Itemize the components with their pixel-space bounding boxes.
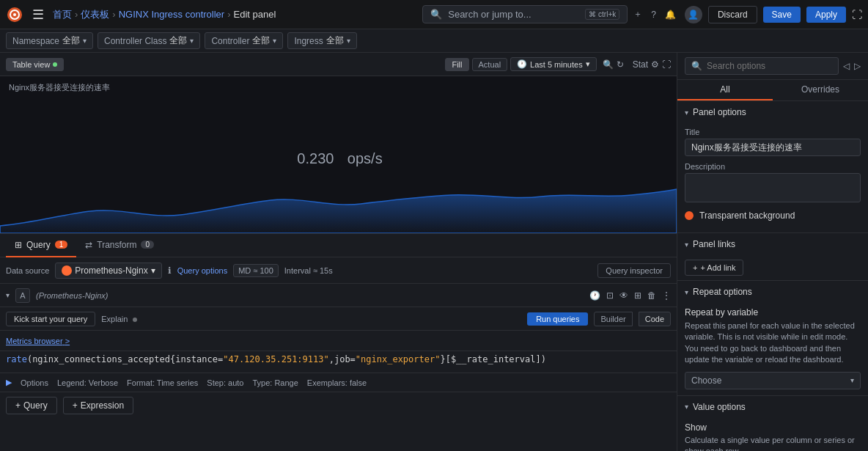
transparent-bg-label: Transparent background <box>699 210 795 221</box>
panel-forward-icon[interactable]: ▷ <box>854 61 861 71</box>
query-count-badge: 1 <box>55 241 68 249</box>
add-link-plus: + <box>693 263 697 272</box>
info-icon[interactable]: ℹ <box>168 265 172 276</box>
show-description: Calculate a single value per column or s… <box>685 435 861 451</box>
panel-options-section-header[interactable]: ▾ Panel options <box>677 101 868 123</box>
data-source-label: Data source <box>6 266 49 275</box>
description-textarea[interactable] <box>685 173 861 202</box>
panel-links-chevron: ▾ <box>685 241 688 249</box>
repeat-options-chevron: ▾ <box>685 288 688 296</box>
panel-back-icon[interactable]: ◁ <box>843 61 850 71</box>
controller-class-filter[interactable]: Controller Class 全部 ▾ <box>98 32 200 49</box>
breadcrumb-controller[interactable]: NGINX Ingress controller <box>119 9 225 20</box>
fill-button[interactable]: Fill <box>445 58 468 71</box>
apply-button[interactable]: Apply <box>806 7 846 23</box>
run-queries-button[interactable]: Run queries <box>527 312 588 326</box>
options-row: ▶ Options Legend: Verbose Format: Time s… <box>0 373 677 392</box>
hamburger-button[interactable]: ☰ <box>29 4 47 26</box>
builder-button[interactable]: Builder <box>594 312 632 326</box>
time-range-picker[interactable]: 🕐 Last 5 minutes ▾ <box>510 57 597 71</box>
query-row-move-icon[interactable]: ⊞ <box>634 290 641 301</box>
controller-class-label: Controller Class <box>104 36 166 46</box>
discard-button[interactable]: Discard <box>708 6 757 23</box>
query-row-copy-icon[interactable]: ⊡ <box>606 290 614 301</box>
md-badge: MD ≈ 100 <box>233 264 279 277</box>
controller-filter[interactable]: Controller 全部 ▾ <box>205 32 283 49</box>
zoom-out-icon[interactable]: 🔍 <box>603 59 614 70</box>
query-row-delete-icon[interactable]: 🗑 <box>647 290 656 301</box>
help-icon[interactable]: ? <box>651 10 656 20</box>
datasource-select[interactable]: Prometheus-Nginx ▾ <box>55 263 161 279</box>
add-query-label: Query <box>23 400 48 411</box>
repeat-options-section-header[interactable]: ▾ Repeat options <box>677 281 868 303</box>
table-view-button[interactable]: Table view <box>6 58 64 71</box>
add-query-button[interactable]: + Query <box>6 397 57 414</box>
value-options-title: Value options <box>693 402 746 412</box>
code-content: (nginx_connections_accepted{instance= <box>27 354 223 364</box>
metrics-browser-link[interactable]: Metrics browser > <box>6 337 70 345</box>
query-inspector-button[interactable]: Query inspector <box>597 263 671 278</box>
transparent-bg-radio[interactable] <box>685 211 694 220</box>
panel-links-section: ▾ Panel links + + Add link <box>677 233 868 281</box>
breadcrumb-current: Edit panel <box>234 9 276 20</box>
panel-search[interactable]: 🔍 <box>685 57 839 75</box>
query-tabs: ⊞ Query 1 ⇄ Transform 0 <box>0 234 677 257</box>
explain-dot <box>133 318 137 322</box>
type-option: Type: Range <box>252 378 298 387</box>
bell-icon[interactable]: 🔔 <box>665 10 676 20</box>
expand-panel-icon[interactable]: ⛶ <box>662 59 671 70</box>
tab-all[interactable]: All <box>677 80 773 100</box>
breadcrumb-home[interactable]: 首页 <box>53 8 72 21</box>
explain-button[interactable]: Explain <box>101 315 137 323</box>
code-editor[interactable]: rate(nginx_connections_accepted{instance… <box>0 351 677 373</box>
add-link-label: + Add link <box>700 263 735 272</box>
panel-links-section-header[interactable]: ▾ Panel links <box>677 233 868 255</box>
save-button[interactable]: Save <box>763 7 801 23</box>
query-row-more-icon[interactable]: ⋮ <box>662 290 671 301</box>
collapse-button[interactable]: ▾ <box>6 291 10 299</box>
global-search[interactable]: 🔍 Search or jump to... ⌘ ctrl+k <box>422 5 628 23</box>
datasource-bar: Data source Prometheus-Nginx ▾ ℹ Query o… <box>0 257 677 284</box>
options-chevron[interactable]: ▶ <box>6 378 12 387</box>
table-view-label: Table view <box>12 60 50 69</box>
time-range-label: Last 5 minutes <box>530 60 583 69</box>
tab-query[interactable]: ⊞ Query 1 <box>6 234 76 257</box>
add-expression-button[interactable]: + Expression <box>63 397 133 414</box>
refresh-icon[interactable]: ↻ <box>617 59 624 70</box>
user-avatar[interactable]: 👤 <box>685 6 702 23</box>
add-link-button[interactable]: + + Add link <box>685 260 743 276</box>
breadcrumb-dashboard[interactable]: 仪表板 <box>81 8 109 21</box>
namespace-filter[interactable]: Namespace 全部 ▾ <box>6 32 93 49</box>
value-options-section-header[interactable]: ▾ Value options <box>677 396 868 418</box>
choose-select[interactable]: Choose ▾ <box>685 372 861 389</box>
value-options-content: Show Calculate a single value per column… <box>677 418 868 451</box>
title-field-row: Title <box>685 128 861 156</box>
query-row-a: ▾ A (Prometheus-Nginx) 🕐 ⊡ 👁 ⊞ 🗑 ⋮ <box>0 284 677 307</box>
panel-search-input[interactable] <box>707 61 832 71</box>
chart-area: Nginx服务器接受连接的速率 0.230 ops/s <box>0 76 677 234</box>
query-row-eye-icon[interactable]: 👁 <box>619 290 628 301</box>
title-input[interactable] <box>685 139 861 156</box>
plus-icon[interactable]: ＋ <box>633 8 642 21</box>
filterbar: Namespace 全部 ▾ Controller Class 全部 ▾ Con… <box>0 29 868 53</box>
query-options-label[interactable]: Query options <box>177 266 227 275</box>
topbar-left: ☰ 首页 › 仪表板 › NGINX Ingress controller › … <box>6 4 422 26</box>
panel-search-icon: 🔍 <box>691 61 702 71</box>
value-options-chevron: ▾ <box>685 403 688 411</box>
code-button[interactable]: Code <box>639 312 671 326</box>
controller-chevron: ▾ <box>273 37 276 45</box>
tab-overrides[interactable]: Overrides <box>773 80 868 100</box>
ingress-filter[interactable]: Ingress 全部 ▾ <box>287 32 356 49</box>
panel-options-icon[interactable]: ⚙ <box>651 59 659 70</box>
actual-button[interactable]: Actual <box>472 58 508 71</box>
panel-options-header: 🔍 ◁ ▷ <box>677 53 868 80</box>
query-row-clock-icon[interactable]: 🕐 <box>589 290 600 301</box>
datasource-icon <box>62 265 72 276</box>
code-keyword: rate <box>6 354 27 364</box>
tab-transform[interactable]: ⇄ Transform 0 <box>76 234 163 257</box>
transform-count-badge: 0 <box>141 241 154 249</box>
description-field-label: Description <box>685 162 861 171</box>
topbar-right: ＋ ? 🔔 👤 Discard Save Apply ⛶ <box>628 6 862 23</box>
kick-start-button[interactable]: Kick start your query <box>6 312 95 326</box>
expand-icon[interactable]: ⛶ <box>852 9 862 21</box>
